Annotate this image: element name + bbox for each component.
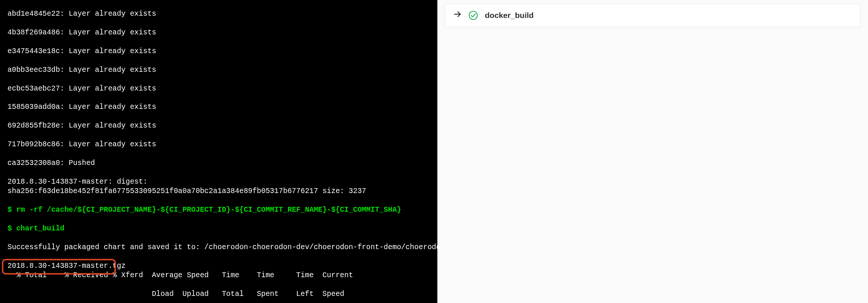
terminal-line: 4b38f269a486: Layer already exists bbox=[7, 28, 437, 37]
terminal-curl-header: Dload Upload Total Spent Left Speed bbox=[7, 290, 437, 299]
terminal-line: 717b092b8c86: Layer already exists bbox=[7, 140, 437, 149]
terminal-line: ecbc53aebc27: Layer already exists bbox=[7, 84, 437, 94]
gutter bbox=[437, 0, 445, 303]
terminal-line-package: Successfully packaged chart and saved it… bbox=[7, 243, 437, 252]
filename-text: 2018.8.30-143837-master.tgz bbox=[7, 262, 126, 270]
terminal-command-line: $ chart_build bbox=[7, 224, 437, 233]
job-name-label: docker_build bbox=[485, 11, 534, 20]
side-panel: docker_build bbox=[445, 0, 868, 303]
prompt: $ bbox=[7, 206, 16, 214]
command-text: chart_build bbox=[16, 224, 64, 233]
terminal-line: 692d855fb28e: Layer already exists bbox=[7, 121, 437, 131]
terminal-line: e3475443e18c: Layer already exists bbox=[7, 47, 437, 56]
svg-point-1 bbox=[469, 11, 477, 19]
terminal-line: a0bb3eec33db: Layer already exists bbox=[7, 65, 437, 75]
terminal-line: 1585039add0a: Layer already exists bbox=[7, 102, 437, 112]
terminal-output[interactable]: abd1e4845e22: Layer already exists 4b38f… bbox=[0, 0, 437, 303]
arrow-right-icon bbox=[453, 10, 462, 21]
terminal-line-digest: 2018.8.30-143837-master: digest: sha256:… bbox=[7, 177, 437, 196]
status-passed-icon bbox=[468, 10, 478, 20]
terminal-curl-header: % Total % Received % Xferd Average Speed… bbox=[7, 271, 437, 280]
terminal-line: ca32532308a0: Pushed bbox=[7, 159, 437, 168]
terminal-line: abd1e4845e22: Layer already exists bbox=[7, 9, 437, 19]
highlighted-filename: 2018.8.30-143837-master.tgz bbox=[7, 261, 126, 271]
prompt: $ bbox=[7, 224, 16, 233]
job-card-docker-build[interactable]: docker_build bbox=[445, 4, 861, 27]
command-text: rm -rf /cache/${CI_PROJECT_NAME}-${CI_PR… bbox=[16, 206, 401, 214]
terminal-command-line: $ rm -rf /cache/${CI_PROJECT_NAME}-${CI_… bbox=[7, 205, 437, 215]
